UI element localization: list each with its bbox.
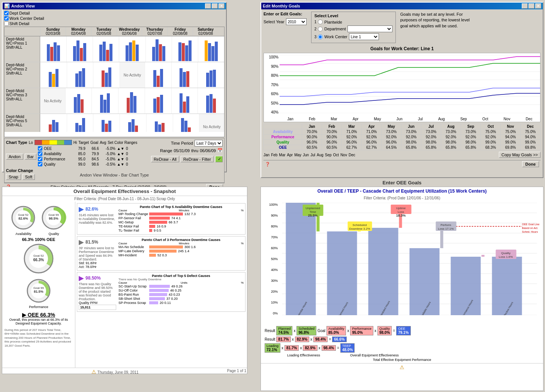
goals-minimize[interactable]: _ bbox=[522, 3, 528, 9]
oee-jan: 60.5% bbox=[302, 145, 322, 150]
goals-question-icon: ❓ bbox=[265, 162, 270, 167]
oee-large-text: ▶ OEE 66.3% bbox=[4, 312, 73, 318]
cascade-footer: ⚠ bbox=[261, 363, 543, 371]
svg-text:Downtime 3.2%: Downtime 3.2% bbox=[349, 227, 370, 230]
th-jul: Jul bbox=[421, 124, 441, 129]
perf-teep-val: 82.9% bbox=[305, 346, 315, 350]
goals-titlebar: Edit Monthly Goals _ □ ✕ bbox=[261, 3, 543, 9]
perf-goal-val: 95.0% bbox=[352, 331, 371, 335]
dept-detail-checkbox[interactable]: Dept Detail bbox=[4, 11, 30, 15]
goals-close[interactable]: ✕ bbox=[535, 3, 541, 9]
time-period-select[interactable]: Last 7 Days bbox=[195, 140, 223, 147]
teep-result-box: TEEP 48.0% bbox=[340, 343, 355, 353]
wc-detail-label: Work Center Detail bbox=[9, 16, 44, 21]
perf-goal-box: Performance 95.0% bbox=[350, 326, 373, 335]
plantwide-radio[interactable] bbox=[318, 19, 323, 24]
loading-result: 72.1% bbox=[267, 348, 278, 352]
teep-label: TEEP bbox=[342, 344, 353, 348]
qual-ppm-val: 15,011 bbox=[79, 305, 116, 310]
bar-tab-button[interactable]: Bar bbox=[25, 154, 36, 160]
th-may: May bbox=[382, 124, 401, 129]
chart-type-label: Chart Type bbox=[6, 140, 27, 145]
andon-tab-button[interactable]: Andon bbox=[6, 154, 23, 160]
goals-maximize[interactable]: □ bbox=[529, 3, 535, 9]
x2-sep: Sep bbox=[325, 153, 332, 157]
maximize-button[interactable]: □ bbox=[212, 3, 218, 9]
oee-desc: Overall, this process ran at 66.3% of it… bbox=[4, 318, 73, 325]
x-mult6: x bbox=[281, 346, 283, 350]
qual-val3: -0.5% bbox=[100, 162, 115, 166]
avg-label: Avg bbox=[100, 141, 106, 145]
oee-row: OEE 60.5% 60.5% 62.7% 62.7% 64.5% 65.8% … bbox=[264, 145, 541, 150]
close-button[interactable]: ✕ bbox=[219, 3, 225, 9]
qual-jul: 98.0% bbox=[421, 140, 441, 145]
wc-detail-checkbox[interactable]: Work Center Detail bbox=[4, 16, 44, 21]
x2-feb: Feb bbox=[271, 153, 277, 157]
svg-text:Loss 1.6%: Loss 1.6% bbox=[499, 255, 513, 259]
th-sep: Sep bbox=[461, 124, 481, 129]
qual-cause-3: BS-Paint Run 43 0.23 bbox=[118, 293, 244, 296]
redraw-small-button[interactable]: ✓ bbox=[215, 156, 223, 162]
perf-spinner[interactable]: ▲▼ bbox=[117, 157, 124, 161]
cell-p5-tue bbox=[93, 114, 120, 132]
perf-val3: -5.0% bbox=[100, 157, 115, 161]
perf-cause-1: MA-No Schedule 300 1.6 bbox=[118, 245, 244, 249]
year-select[interactable]: 2010 bbox=[286, 18, 307, 25]
qual-oct: 99.0% bbox=[481, 140, 500, 145]
dept-select[interactable] bbox=[347, 25, 392, 32]
perf-feb: 90.0% bbox=[322, 135, 342, 140]
casc-y-30: 30% bbox=[271, 279, 278, 283]
x2-jan: Jan bbox=[264, 153, 270, 157]
minimize-button[interactable]: _ bbox=[205, 3, 211, 9]
perf-checkbox[interactable] bbox=[38, 157, 42, 161]
x-oct: Oct bbox=[482, 117, 488, 121]
x-mult5: x bbox=[310, 337, 312, 341]
avail-checkbox[interactable] bbox=[38, 151, 42, 156]
svg-text:Loss 17.1%: Loss 17.1% bbox=[438, 227, 454, 230]
redraw-filter-button[interactable]: ReDraw - Filter bbox=[181, 156, 214, 162]
casc-y-40: 40% bbox=[271, 268, 278, 272]
th-jun: Jun bbox=[401, 124, 421, 129]
dept-radio[interactable] bbox=[318, 27, 323, 31]
oee-goal-val: 79.1% bbox=[398, 331, 409, 335]
oee-checkbox[interactable] bbox=[38, 146, 42, 151]
range-icon[interactable]: 📅 bbox=[217, 148, 223, 153]
qual-teep-val: 98.4% bbox=[323, 346, 334, 350]
svg-text:25.5%: 25.5% bbox=[308, 214, 318, 217]
equals3: = bbox=[337, 346, 339, 350]
dept-radio-row[interactable]: 2 Department bbox=[314, 25, 392, 32]
shift-detail-checkbox[interactable]: Shift Detail bbox=[4, 21, 29, 26]
x-mult4: x bbox=[292, 337, 294, 341]
wc-select[interactable]: Line 1 bbox=[349, 33, 379, 40]
qual-row-label: Quality bbox=[264, 140, 302, 145]
dept-detail-label: Dept Detail bbox=[9, 11, 30, 15]
qual-teep-box: 98.4% bbox=[322, 345, 336, 351]
avail-val3: -5.0% bbox=[100, 152, 115, 156]
planned-label: Planned bbox=[278, 327, 290, 331]
avail-spinner[interactable]: ▲▼ bbox=[117, 152, 124, 156]
day-monday: Monday 02/04/08 bbox=[66, 27, 91, 36]
perf-label-res: Performance bbox=[352, 327, 371, 331]
redraw-all-button[interactable]: ReDraw - All bbox=[151, 156, 179, 162]
qual-cause-1: SC-Start-Up Scrap 49 0.26 bbox=[118, 284, 244, 288]
cell-p2-sat bbox=[198, 62, 224, 88]
wc-radio[interactable] bbox=[318, 34, 323, 39]
oee-spinner[interactable]: ▲▼ bbox=[117, 147, 124, 151]
plantwide-radio-row[interactable]: 1 Plantwide bbox=[314, 19, 392, 24]
cell-p2-fri bbox=[171, 62, 198, 88]
x2-apr: Apr bbox=[287, 153, 293, 157]
color-change-label: Color Change bbox=[6, 168, 33, 173]
goals-done-button[interactable]: Done bbox=[522, 161, 539, 167]
qual-checkbox[interactable] bbox=[38, 162, 42, 166]
wc-radio-row[interactable]: 3 Work Center Line 1 bbox=[314, 33, 392, 40]
qual-gauge-label: Quality bbox=[48, 232, 59, 236]
goals-window: Edit Monthly Goals _ □ ✕ Enter or Edit G… bbox=[261, 2, 544, 178]
svg-rect-46 bbox=[492, 257, 522, 315]
oee-nov: 69.8% bbox=[500, 145, 520, 150]
perf-cause-3: MH-Incident 52 0.3 bbox=[118, 253, 244, 257]
cascade-filter: Filter Criteria: (Prod Date 12/01/06 - 1… bbox=[261, 195, 543, 201]
avail-pct: 82.6% bbox=[85, 206, 98, 212]
qual-result-box: 98.4% bbox=[313, 337, 328, 342]
qual-spinner[interactable]: ▲▼ bbox=[117, 162, 124, 166]
copy-may-goals-button[interactable]: Copy May Goals >> bbox=[499, 152, 541, 158]
